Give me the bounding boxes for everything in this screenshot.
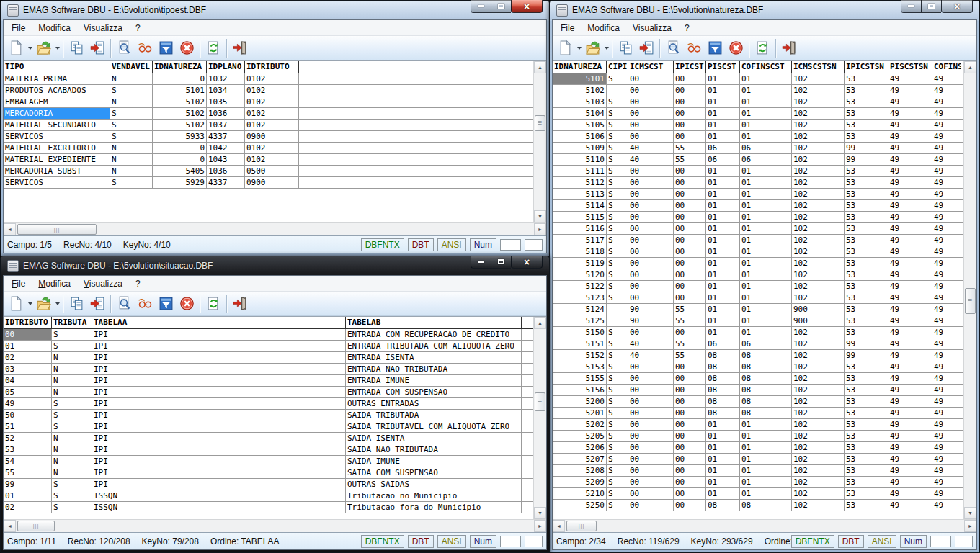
exit-button[interactable] xyxy=(779,38,800,58)
table-row[interactable]: 5120S00000101102534949 xyxy=(553,269,963,281)
table-cell[interactable]: 54 xyxy=(4,456,52,467)
table-cell[interactable]: 49 xyxy=(932,350,961,361)
cancel-button[interactable] xyxy=(177,294,197,314)
table-cell[interactable]: S xyxy=(607,373,628,384)
table-row[interactable]: 5209S00000101102534949 xyxy=(553,477,963,488)
table-cell[interactable]: 01 xyxy=(740,73,792,84)
table-cell[interactable]: 02 xyxy=(4,352,52,363)
table-cell[interactable]: 53 xyxy=(845,212,888,222)
table-cell[interactable]: 00 xyxy=(674,477,706,487)
new-file-button[interactable] xyxy=(555,38,576,58)
table-cell[interactable]: 49 xyxy=(932,304,961,315)
table-row[interactable]: 5201S00000808102534949 xyxy=(553,408,963,419)
table-cell[interactable]: 00 xyxy=(674,373,706,384)
menu-visualizza[interactable]: Visualizza xyxy=(77,22,129,35)
table-cell[interactable]: 102 xyxy=(792,85,845,96)
table-cell[interactable]: 00 xyxy=(674,327,706,338)
table-cell[interactable]: 49 xyxy=(932,408,961,418)
table-cell[interactable]: 102 xyxy=(792,143,845,153)
table-cell[interactable]: 53 xyxy=(845,166,888,176)
table-cell[interactable]: S xyxy=(607,488,628,499)
table-cell[interactable]: 00 xyxy=(628,419,674,430)
table-cell[interactable]: S xyxy=(607,465,628,476)
menu-modifica[interactable]: Modifica xyxy=(32,22,77,35)
table-cell[interactable]: 00 xyxy=(674,442,706,453)
table-cell[interactable]: 102 xyxy=(792,281,845,292)
table-cell[interactable]: 5250 xyxy=(553,500,607,511)
scroll-right-button[interactable]: ► xyxy=(534,223,546,235)
table-cell[interactable]: 5152 xyxy=(553,350,607,361)
table-cell[interactable]: 53 xyxy=(845,108,888,119)
table-cell[interactable]: 1036 xyxy=(207,166,245,176)
titlebar[interactable]: EMAG Software DBU - E:\5volution\naturez… xyxy=(552,1,977,19)
table-cell[interactable]: 00 xyxy=(674,108,706,119)
table-cell[interactable]: 53 xyxy=(845,431,888,441)
table-cell[interactable]: 49 xyxy=(888,419,932,430)
table-cell[interactable]: IPI xyxy=(92,364,346,374)
table-cell[interactable]: 00 xyxy=(674,223,706,234)
table-cell[interactable]: S xyxy=(607,143,628,153)
close-button[interactable]: × xyxy=(511,0,543,13)
table-cell[interactable]: 00 xyxy=(628,408,674,418)
table-row[interactable]: 55NIPISAIDA COM SUSPENSAO xyxy=(4,467,533,479)
table-cell[interactable]: 99 xyxy=(845,350,888,361)
table-cell[interactable]: N xyxy=(52,467,92,478)
table-cell[interactable]: 00 xyxy=(628,108,674,119)
table-cell[interactable]: 00 xyxy=(674,212,706,222)
table-row[interactable]: MATERIA PRIMAN010320102 xyxy=(4,73,533,85)
table-cell[interactable]: S xyxy=(607,350,628,361)
scroll-track[interactable]: ||| xyxy=(16,520,534,532)
table-cell[interactable]: 00 xyxy=(674,396,706,407)
table-cell[interactable]: 00 xyxy=(674,361,706,372)
table-cell[interactable]: S xyxy=(607,454,628,464)
vertical-scrollbar[interactable]: ▲ ☰ ▼ xyxy=(533,61,546,222)
table-cell[interactable]: 55 xyxy=(674,338,706,349)
table-row[interactable]: 512490550101900534949 xyxy=(553,304,963,315)
horizontal-scrollbar[interactable]: ◄ ||| ► xyxy=(553,519,976,532)
table-cell[interactable]: 0102 xyxy=(245,96,299,107)
table-cell[interactable]: 49 xyxy=(932,235,961,246)
table-cell[interactable]: 00 xyxy=(674,131,706,142)
scroll-track[interactable]: ||| xyxy=(565,520,964,532)
table-cell[interactable]: 49 xyxy=(888,269,932,280)
minimize-button[interactable] xyxy=(471,256,491,269)
table-cell[interactable]: 49 xyxy=(932,223,961,234)
column-header-ipicst[interactable]: IPICST xyxy=(674,61,706,73)
table-cell[interactable]: 00 xyxy=(674,488,706,499)
table-cell[interactable]: 08 xyxy=(706,361,740,372)
table-cell[interactable]: IPI xyxy=(92,398,346,409)
open-file-button[interactable] xyxy=(582,38,603,58)
data-grid[interactable]: IDNATUREZACIPIICMSCSTIPICSTPISCSTCOFINSC… xyxy=(553,61,963,519)
table-row[interactable]: MATERIAL SECUNDARIOS510210370102 xyxy=(4,120,533,131)
scroll-left-button[interactable]: ◄ xyxy=(553,520,565,532)
table-cell[interactable]: S xyxy=(52,410,92,421)
scroll-thumb[interactable]: ||| xyxy=(17,224,97,235)
table-cell[interactable]: 1035 xyxy=(207,96,245,107)
table-cell[interactable]: 102 xyxy=(792,500,845,511)
table-cell[interactable]: 102 xyxy=(792,338,845,349)
table-cell[interactable]: 102 xyxy=(792,96,845,107)
table-cell[interactable]: SAIDA ISENTA xyxy=(346,433,522,444)
table-cell[interactable]: 00 xyxy=(674,246,706,257)
table-cell[interactable]: 90 xyxy=(628,304,674,315)
table-cell[interactable]: 08 xyxy=(740,373,792,384)
refresh-button[interactable] xyxy=(203,294,224,314)
table-cell[interactable]: 5113 xyxy=(553,189,607,199)
table-cell[interactable]: S xyxy=(52,398,92,409)
table-cell[interactable]: 00 xyxy=(628,454,674,464)
filter-button[interactable] xyxy=(156,38,177,58)
table-cell[interactable]: 00 xyxy=(628,431,674,441)
table-cell[interactable]: 53 xyxy=(845,258,888,269)
table-cell[interactable]: 49 xyxy=(888,431,932,441)
table-cell[interactable]: 00 xyxy=(628,269,674,280)
table-cell[interactable]: 99 xyxy=(845,143,888,153)
table-row[interactable]: 5152S40550808102994949 xyxy=(553,350,963,361)
table-cell[interactable]: 102 xyxy=(792,361,845,372)
table-cell[interactable]: 5101 xyxy=(153,85,207,96)
close-button[interactable]: × xyxy=(511,256,543,269)
table-cell[interactable]: 00 xyxy=(674,292,706,303)
table-cell[interactable]: 0500 xyxy=(245,166,299,176)
table-row[interactable]: PRODUTOS ACABADOSS510110340102 xyxy=(4,85,533,96)
cancel-button[interactable] xyxy=(726,38,747,58)
table-cell[interactable]: 53 xyxy=(845,408,888,418)
